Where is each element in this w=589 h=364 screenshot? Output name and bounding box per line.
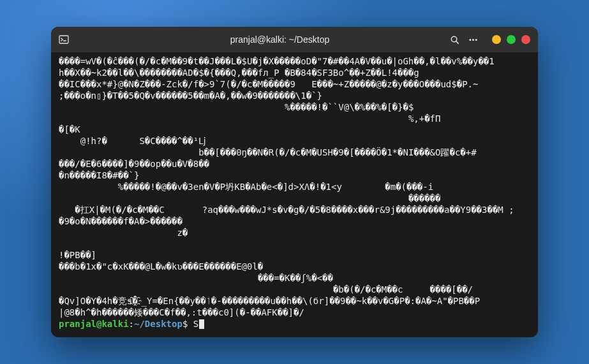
maximize-button[interactable] [507, 35, 516, 44]
terminal-output: ����=wV�(�ĉ���(�/�c�M��9�t��J���L�$U�j�X… [59, 56, 514, 317]
command-input[interactable]: S [193, 319, 198, 329]
terminal-window: pranjal@kalki: ~/Desktop ����=wV�(�ĉ���(… [51, 27, 538, 337]
terminal-app-icon [59, 34, 69, 45]
terminal-body[interactable]: ����=wV�(�ĉ���(�/�c�M��9�t��J���L�$U�j�X… [51, 52, 538, 337]
prompt-user-host: pranjal@kalki [59, 319, 129, 329]
prompt-symbol: $ [183, 319, 193, 329]
window-title: pranjal@kalki: ~/Desktop [110, 34, 450, 45]
prompt-path: ~/Desktop [134, 319, 183, 329]
search-icon[interactable] [450, 35, 459, 45]
svg-line-2 [456, 41, 458, 43]
minimize-button[interactable] [492, 35, 501, 44]
titlebar[interactable]: pranjal@kalki: ~/Desktop [51, 27, 538, 52]
cursor [199, 319, 204, 329]
svg-rect-0 [59, 36, 68, 43]
window-controls [492, 35, 530, 44]
prompt-separator: : [129, 319, 134, 329]
close-button[interactable] [521, 35, 530, 44]
svg-point-3 [469, 39, 471, 41]
svg-point-4 [472, 39, 474, 41]
menu-icon[interactable] [468, 35, 478, 45]
svg-point-5 [475, 39, 477, 41]
